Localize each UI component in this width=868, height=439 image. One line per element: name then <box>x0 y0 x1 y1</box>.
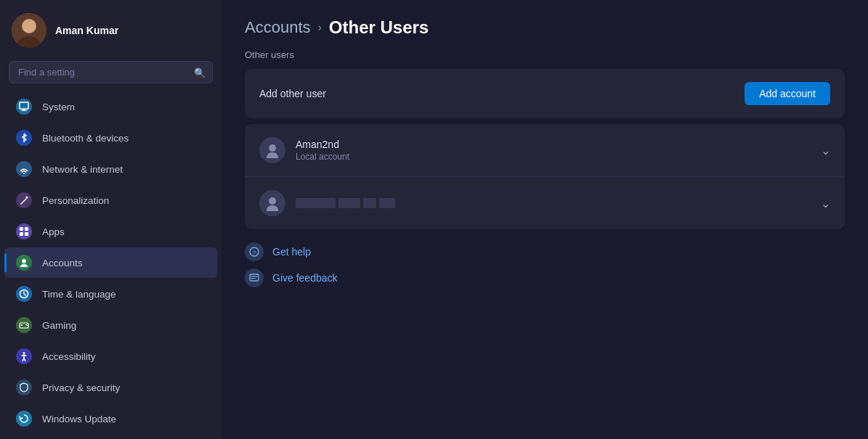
sidebar-item-bluetooth[interactable]: Bluetooth & devices <box>4 123 217 153</box>
sidebar-item-gaming-label: Gaming <box>42 320 76 331</box>
svg-rect-9 <box>20 227 23 231</box>
breadcrumb-arrow: › <box>318 21 322 34</box>
add-account-button[interactable]: Add account <box>745 82 830 105</box>
get-help-link[interactable]: ? Get help <box>245 242 845 261</box>
help-section: ? Get help Give feedback <box>245 242 845 287</box>
svg-rect-23 <box>250 274 259 281</box>
add-user-label: Add other user <box>259 88 734 99</box>
get-help-icon: ? <box>245 242 264 261</box>
sidebar-item-network-label: Network & internet <box>42 164 123 175</box>
accounts-icon <box>16 255 32 271</box>
sidebar-item-gaming[interactable]: Gaming <box>4 310 217 340</box>
section-label: Other users <box>245 49 845 60</box>
sidebar-item-apps-label: Apps <box>42 226 65 237</box>
sidebar-item-time-label: Time & language <box>42 289 116 300</box>
breadcrumb-current: Other Users <box>329 17 429 38</box>
give-feedback-icon <box>245 268 264 287</box>
svg-point-19 <box>269 144 276 152</box>
breadcrumb-parent[interactable]: Accounts <box>245 18 311 37</box>
sidebar-item-privacy-label: Privacy & security <box>42 382 120 393</box>
sidebar-item-system[interactable]: System <box>4 91 217 122</box>
avatar <box>12 13 46 48</box>
sidebar-item-time[interactable]: Time & language <box>4 279 217 309</box>
sidebar-item-system-label: System <box>42 102 75 112</box>
sidebar-item-accounts-label: Accounts <box>42 258 83 268</box>
update-icon <box>16 411 32 427</box>
user-name: Aman Kumar <box>55 25 118 36</box>
breadcrumb: Accounts › Other Users <box>245 17 845 38</box>
search-input[interactable] <box>9 61 213 83</box>
sidebar-item-personalization-label: Personalization <box>42 195 109 206</box>
user-info-0: Aman2nd Local account <box>296 139 811 162</box>
add-user-row: Add other user Add account <box>245 69 845 118</box>
sidebar-item-privacy[interactable]: Privacy & security <box>4 372 217 403</box>
svg-rect-12 <box>25 232 28 236</box>
svg-point-7 <box>23 173 25 174</box>
chevron-icon-1: ⌄ <box>821 197 830 210</box>
chevron-icon-0: ⌄ <box>821 144 830 157</box>
search-icon: 🔍 <box>194 67 206 78</box>
user-name-0: Aman2nd <box>296 139 811 150</box>
svg-point-20 <box>269 197 276 205</box>
user-info-1 <box>296 198 811 208</box>
sidebar-item-accounts[interactable]: Accounts <box>4 247 217 278</box>
users-card: Aman2nd Local account ⌄ ⌄ <box>245 124 845 229</box>
sidebar-item-apps[interactable]: Apps <box>4 216 217 247</box>
sidebar-item-bluetooth-label: Bluetooth & devices <box>42 133 129 144</box>
system-icon <box>16 99 32 115</box>
network-icon <box>16 161 32 177</box>
sidebar-item-accessibility-label: Accessibility <box>42 351 96 362</box>
get-help-label: Get help <box>272 246 311 258</box>
sidebar-nav: System Bluetooth & devices Network & int… <box>0 91 222 435</box>
accessibility-icon <box>16 348 32 364</box>
main-content: Accounts › Other Users Other users Add o… <box>222 0 868 439</box>
user-avatar-1 <box>259 190 285 216</box>
apps-icon <box>16 223 32 239</box>
give-feedback-label: Give feedback <box>272 272 338 284</box>
user-sub-0: Local account <box>296 152 811 162</box>
sidebar-item-update-label: Windows Update <box>42 414 116 424</box>
svg-rect-4 <box>20 102 28 109</box>
user-profile: Aman Kumar <box>0 0 222 58</box>
sidebar-item-personalization[interactable]: Personalization <box>4 185 217 216</box>
blurred-name-1 <box>296 198 811 208</box>
sidebar: Aman Kumar 🔍 System Bluetooth & devices … <box>0 0 222 439</box>
add-user-card: Add other user Add account <box>245 69 845 118</box>
personalization-icon <box>16 192 32 208</box>
sidebar-item-accessibility[interactable]: Accessibility <box>4 341 217 372</box>
svg-text:?: ? <box>253 250 256 256</box>
time-icon <box>16 286 32 302</box>
svg-point-3 <box>23 20 36 33</box>
user-avatar-0 <box>259 137 285 163</box>
give-feedback-link[interactable]: Give feedback <box>245 268 845 287</box>
svg-point-17 <box>27 325 28 327</box>
gaming-icon <box>16 317 32 333</box>
search-bar[interactable]: 🔍 <box>9 61 213 83</box>
user-row-0[interactable]: Aman2nd Local account ⌄ <box>245 124 845 176</box>
svg-point-16 <box>25 324 27 326</box>
svg-point-8 <box>26 197 28 199</box>
svg-point-13 <box>22 259 26 263</box>
privacy-icon <box>16 379 32 395</box>
svg-rect-11 <box>20 232 23 236</box>
svg-rect-6 <box>21 110 27 111</box>
sidebar-item-update[interactable]: Windows Update <box>4 403 217 434</box>
bluetooth-icon <box>16 130 32 146</box>
svg-rect-10 <box>25 227 28 231</box>
user-row-1[interactable]: ⌄ <box>245 176 845 229</box>
sidebar-item-network[interactable]: Network & internet <box>4 154 217 184</box>
